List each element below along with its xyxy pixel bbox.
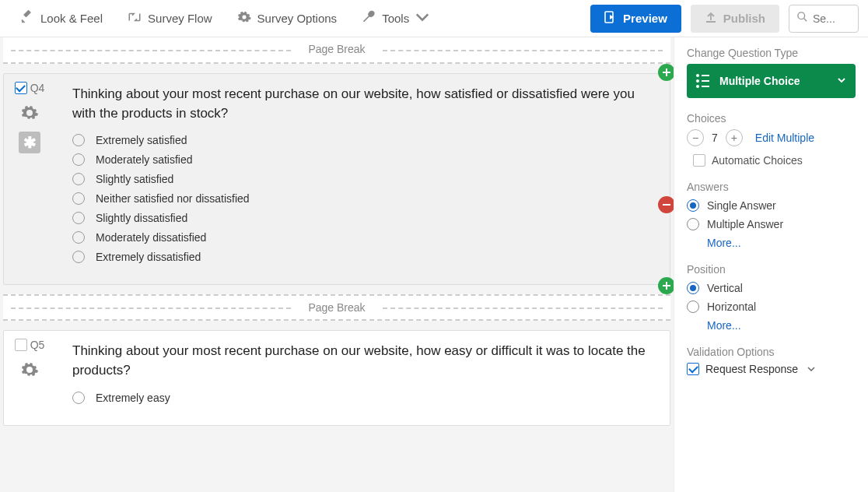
choices-label: Choices [687,112,856,125]
question-canvas: Page Break Q4 [0,37,674,492]
preview-icon [604,11,617,26]
radio-icon [72,392,85,404]
question-q5[interactable]: Q5 Thinking about your most recent purch… [3,330,670,425]
survey-flow-label: Survey Flow [148,12,212,25]
upload-icon [705,11,717,26]
radio-icon [687,300,699,313]
survey-flow-button[interactable]: Survey Flow [117,5,223,31]
choice-label: Slightly satisfied [96,173,173,185]
required-badge-icon[interactable]: ✱ [19,132,40,153]
request-response-checkbox[interactable] [687,363,699,375]
choice-label: Neither satisfied nor dissatisfied [96,192,250,205]
question-settings-icon[interactable] [20,360,39,379]
choice-label: Moderately satisfied [96,153,193,166]
multiple-choice-icon [696,74,712,88]
chevron-down-icon [837,75,846,87]
decrement-choices-button[interactable]: − [687,129,704,146]
page-break[interactable]: Page Break [3,37,670,64]
answers-more-link[interactable]: More... [707,237,856,249]
toolbar: Look & Feel Survey Flow Survey Options T… [0,0,868,37]
question-settings-icon[interactable] [20,104,39,122]
change-qtype-label: Change Question Type [687,47,856,59]
question-select-checkbox[interactable] [15,339,27,351]
add-question-below-button[interactable] [658,277,674,294]
vertical-option[interactable]: Vertical [687,282,856,294]
validation-label: Validation Options [687,346,856,358]
radio-icon [72,173,85,185]
position-label: Position [687,263,856,276]
choice-label: Moderately dissatisfied [96,231,206,244]
radio-icon [687,199,699,212]
automatic-choices-label: Automatic Choices [712,154,803,167]
delete-question-button[interactable] [658,196,674,213]
increment-choices-button[interactable]: + [726,129,743,146]
paint-roller-icon [20,10,34,26]
automatic-choices-checkbox[interactable] [693,154,705,167]
question-type-select[interactable]: Multiple Choice [687,64,856,98]
radio-icon [72,192,85,205]
tools-button[interactable]: Tools [351,5,440,31]
search-box[interactable] [789,5,859,33]
question-text[interactable]: Thinking about your most recent purchase… [72,342,653,380]
choice-option[interactable]: Moderately dissatisfied [72,231,653,244]
answers-label: Answers [687,181,856,193]
single-answer-option[interactable]: Single Answer [687,199,856,212]
svg-point-1 [798,12,805,19]
tools-label: Tools [382,12,409,25]
choice-option[interactable]: Slightly dissatisfied [72,212,653,224]
question-number[interactable]: Q4 [15,82,45,94]
look-and-feel-label: Look & Feel [40,12,103,25]
choice-label: Extremely satisfied [96,134,187,146]
gear-icon [237,10,251,26]
choice-option[interactable]: Extremely dissatisfied [72,251,653,263]
request-response-option[interactable]: Request Response [687,363,856,375]
radio-icon [687,282,699,294]
question-select-checkbox[interactable] [15,82,27,94]
chevron-down-icon [807,363,815,375]
choice-label: Extremely easy [96,392,170,404]
choice-option[interactable]: Extremely easy [72,392,653,404]
horizontal-option[interactable]: Horizontal [687,300,856,313]
radio-icon [72,251,85,263]
choice-label: Extremely dissatisfied [96,251,201,263]
search-input[interactable] [813,12,844,25]
choice-option[interactable]: Slightly satisfied [72,173,653,185]
publish-label: Publish [723,12,765,25]
choice-option[interactable]: Extremely satisfied [72,134,653,146]
page-break[interactable]: Page Break [3,294,670,321]
radio-icon [72,231,85,244]
survey-options-button[interactable]: Survey Options [226,5,348,31]
chevron-down-icon [415,10,429,26]
question-q4[interactable]: Q4 ✱ Thinking about your most recent pur… [3,73,670,285]
look-and-feel-button[interactable]: Look & Feel [9,5,114,31]
multiple-answer-option[interactable]: Multiple Answer [687,218,856,230]
wrench-icon [362,10,376,26]
choice-option[interactable]: Moderately satisfied [72,153,653,166]
radio-icon [72,153,85,166]
choice-label: Slightly dissatisfied [96,212,187,224]
choice-option[interactable]: Neither satisfied nor dissatisfied [72,192,653,205]
flow-icon [128,10,142,26]
search-icon [797,12,808,25]
radio-icon [72,134,85,146]
position-more-link[interactable]: More... [707,319,856,332]
edit-multiple-link[interactable]: Edit Multiple [755,132,814,144]
radio-icon [687,218,699,230]
question-text[interactable]: Thinking about your most recent purchase… [72,85,653,123]
radio-icon [72,212,85,224]
publish-button[interactable]: Publish [691,5,779,33]
question-number[interactable]: Q5 [15,339,45,351]
preview-label: Preview [623,12,667,25]
side-panel: Change Question Type Multiple Choice Cho… [674,37,868,492]
add-question-above-button[interactable] [658,64,674,81]
preview-button[interactable]: Preview [590,5,681,33]
choice-count-value: 7 [712,132,718,144]
survey-options-label: Survey Options [257,12,338,25]
